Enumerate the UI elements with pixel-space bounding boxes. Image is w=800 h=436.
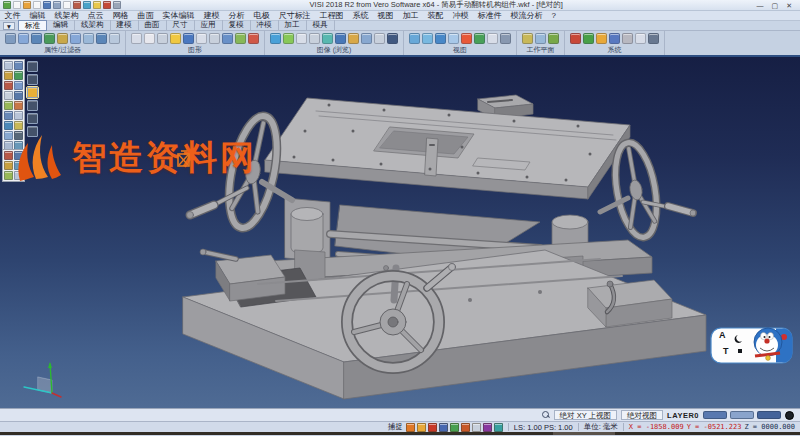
dock-tool-icon[interactable] [27,100,38,111]
ribbon-icon[interactable] [248,33,259,44]
dock-tool-icon[interactable] [27,126,38,137]
toolbar-tab[interactable]: 标准 [18,20,47,31]
ribbon-icon[interactable] [70,33,81,44]
quick-access-icon[interactable] [103,1,111,9]
menu-item[interactable]: 系统 [348,10,373,21]
menu-item[interactable]: 视图 [373,10,398,21]
ribbon-icon[interactable] [235,33,246,44]
status-block-button[interactable] [730,411,754,419]
toolbar-tab[interactable]: 编辑 [47,20,75,31]
ribbon-icon[interactable] [487,33,498,44]
ribbon-icon[interactable] [500,33,511,44]
palette-tool-icon[interactable] [4,91,13,100]
snap-toggle-icon[interactable] [461,423,470,432]
status-block-button[interactable] [703,411,727,419]
ribbon-icon[interactable] [435,33,446,44]
toolbar-tab[interactable]: 曲面 [139,20,167,31]
ribbon-icon[interactable] [31,33,42,44]
ribbon-icon[interactable] [44,33,55,44]
ribbon-icon[interactable] [296,33,307,44]
ribbon-icon[interactable] [448,33,459,44]
quick-access-icon[interactable] [3,1,11,9]
dock-tool-icon[interactable] [27,87,38,98]
snap-toggle-icon[interactable] [406,423,415,432]
ribbon-icon[interactable] [196,33,207,44]
viewport-3d[interactable]: 智造资料网 [0,57,800,408]
ribbon-icon[interactable] [157,33,168,44]
ribbon-icon[interactable] [83,33,94,44]
maximize-button[interactable]: ▢ [772,1,779,10]
palette-tool-icon[interactable] [14,171,23,180]
view-mode-field[interactable]: 绝对视图 [621,410,663,420]
snap-toggle-icon[interactable] [472,423,481,432]
palette-tool-icon[interactable] [14,161,23,170]
menu-item[interactable]: ? [547,11,560,20]
palette-tool-icon[interactable] [4,71,13,80]
quick-access-icon[interactable] [113,1,121,9]
ribbon-icon[interactable] [183,33,194,44]
palette-tool-icon[interactable] [4,161,13,170]
toolbar-collapse-button[interactable]: ▾ [3,22,15,30]
ribbon-icon[interactable] [522,33,533,44]
palette-tool-icon[interactable] [4,61,13,70]
quick-access-icon[interactable] [33,1,41,9]
menu-item[interactable]: 模流分析 [506,10,547,21]
dock-tool-icon[interactable] [27,74,38,85]
palette-tool-icon[interactable] [4,131,13,140]
ribbon-icon[interactable] [144,33,155,44]
minimize-button[interactable]: — [757,1,764,10]
palette-tool-icon[interactable] [14,131,23,140]
ribbon-icon[interactable] [622,33,633,44]
menu-item[interactable]: 标准件 [473,10,506,21]
menu-item[interactable]: 加工 [398,10,423,21]
toolbar-tab[interactable]: 尺寸 [167,20,195,31]
dock-tool-icon[interactable] [27,61,38,72]
ribbon-icon[interactable] [283,33,294,44]
snap-toggle-icon[interactable] [483,423,492,432]
ribbon-icon[interactable] [596,33,607,44]
ribbon-icon[interactable] [387,33,398,44]
palette-tool-icon[interactable] [4,121,13,130]
palette-tool-icon[interactable] [4,81,13,90]
palette-tool-icon[interactable] [14,61,23,70]
ribbon-icon[interactable] [109,33,120,44]
status-block-button[interactable] [757,411,781,419]
dock-tool-icon[interactable] [27,113,38,124]
ribbon-icon[interactable] [583,33,594,44]
ribbon-icon[interactable] [131,33,142,44]
ribbon-icon[interactable] [96,33,107,44]
quick-access-icon[interactable] [13,1,21,9]
ribbon-icon[interactable] [309,33,320,44]
active-view-field[interactable]: 绝对 XY 上视图 [554,410,618,420]
quick-access-icon[interactable] [63,1,71,9]
toolbar-tab[interactable]: 应用 [195,20,223,31]
ribbon-icon[interactable] [270,33,281,44]
quick-access-icon[interactable] [73,1,81,9]
ribbon-icon[interactable] [170,33,181,44]
toolbar-tab[interactable]: 建模 [111,20,139,31]
menu-item[interactable]: 装配 [423,10,448,21]
ribbon-icon[interactable] [635,33,646,44]
ribbon-icon[interactable] [374,33,385,44]
palette-tool-icon[interactable] [14,91,23,100]
toolbar-tab[interactable]: 线架构 [75,20,111,31]
ribbon-icon[interactable] [5,33,16,44]
palette-tool-icon[interactable] [14,121,23,130]
palette-tool-icon[interactable] [14,81,23,90]
quick-access-icon[interactable] [23,1,31,9]
palette-tool-icon[interactable] [4,111,13,120]
quick-access-icon[interactable] [43,1,51,9]
menu-item[interactable]: 冲模 [448,10,473,21]
palette-tool-icon[interactable] [4,101,13,110]
ribbon-icon[interactable] [535,33,546,44]
snap-toggle-icon[interactable] [439,423,448,432]
ribbon-icon[interactable] [348,33,359,44]
ribbon-icon[interactable] [648,33,659,44]
ribbon-icon[interactable] [609,33,620,44]
close-button[interactable]: ✕ [786,1,792,10]
ribbon-icon[interactable] [361,33,372,44]
ribbon-icon[interactable] [422,33,433,44]
snap-toggle-icon[interactable] [450,423,459,432]
ribbon-icon[interactable] [57,33,68,44]
ribbon-icon[interactable] [322,33,333,44]
